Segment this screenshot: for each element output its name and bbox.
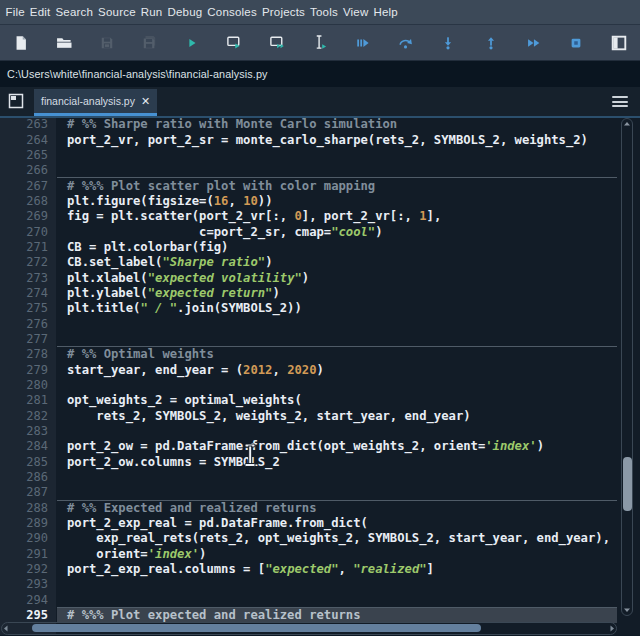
scroll-down-arrow [624, 609, 630, 613]
code-line-263[interactable]: 263# %% Sharpe ratio with Monte Carlo si… [0, 117, 617, 132]
run-selection-icon [313, 34, 328, 51]
menu-search[interactable]: Search [53, 6, 96, 18]
code-editor[interactable]: 263# %% Sharpe ratio with Monte Carlo si… [0, 116, 640, 635]
code-text: port_2_vr, port_2_sr = monte_carlo_sharp… [57, 132, 617, 147]
code-line-291[interactable]: 291 orient='index') [0, 546, 617, 561]
vertical-scrollbar[interactable] [619, 117, 635, 617]
code-text [57, 592, 617, 607]
tab-close-icon[interactable]: ✕ [141, 96, 150, 107]
run-button[interactable] [171, 25, 214, 61]
code-line-284[interactable]: 284port_2_ow = pd.DataFrame.from_dict(op… [0, 439, 617, 454]
code-text: plt.title(" / ".join(SYMBOLS_2)) [57, 301, 617, 316]
line-number: 267 [0, 179, 48, 193]
save-all-button [128, 25, 171, 61]
code-text [57, 316, 617, 331]
open-file-button[interactable] [43, 25, 86, 61]
code-line-265[interactable]: 265 [0, 147, 617, 162]
line-number: 269 [0, 209, 48, 223]
code-line-270[interactable]: 270 c=port_2_sr, cmap="cool") [0, 224, 617, 239]
code-line-275[interactable]: 275plt.title(" / ".join(SYMBOLS_2)) [0, 301, 617, 316]
line-number: 272 [0, 255, 48, 269]
file-path: C:\Users\white\financial-analysis\financ… [7, 68, 268, 80]
code-line-288[interactable]: 288# %% Expected and realized returns [0, 500, 617, 515]
step-out-button[interactable] [469, 25, 512, 61]
menu-debug[interactable]: Debug [165, 6, 205, 18]
code-text: plt.figure(figsize=(16, 10)) [57, 193, 617, 208]
menu-help[interactable]: Help [371, 6, 400, 18]
code-text: port_2_ow = pd.DataFrame.from_dict(opt_w… [57, 439, 617, 454]
code-line-267[interactable]: 267# %%% Plot scatter plot with color ma… [0, 178, 617, 193]
code-text: # %% Sharpe ratio with Monte Carlo simul… [57, 117, 617, 132]
new-file-button[interactable] [0, 25, 43, 61]
code-line-283[interactable]: 283 [0, 423, 617, 438]
save-button [85, 25, 128, 61]
menu-source[interactable]: Source [96, 6, 139, 18]
code-line-274[interactable]: 274plt.ylabel("expected return") [0, 285, 617, 300]
line-number: 285 [0, 455, 48, 469]
menu-tools[interactable]: Tools [308, 6, 341, 18]
menu-file[interactable]: File [3, 6, 27, 18]
line-number: 268 [0, 194, 48, 208]
line-number: 275 [0, 301, 48, 315]
line-number: 264 [0, 133, 48, 147]
code-line-272[interactable]: 272CB.set_label("Sharpe ratio") [0, 255, 617, 270]
code-text: start_year, end_year = (2012, 2020) [57, 362, 617, 377]
menu-view[interactable]: View [340, 6, 371, 18]
step-over-button[interactable] [384, 25, 427, 61]
options-menu-button[interactable] [612, 96, 628, 107]
code-line-294[interactable]: 294 [0, 592, 617, 607]
code-text: # %%% Plot scatter plot with color mappi… [57, 178, 617, 193]
code-line-264[interactable]: 264port_2_vr, port_2_sr = monte_carlo_sh… [0, 132, 617, 147]
code-line-287[interactable]: 287 [0, 485, 617, 500]
continue-icon [526, 36, 541, 50]
code-line-289[interactable]: 289port_2_exp_real = pd.DataFrame.from_d… [0, 515, 617, 530]
tab-bar: financial-analysis.py ✕ [0, 87, 640, 116]
stop-button[interactable] [555, 25, 598, 61]
horizontal-scrollbar[interactable] [0, 621, 618, 636]
tab-financial-analysis[interactable]: financial-analysis.py ✕ [34, 89, 157, 116]
code-line-269[interactable]: 269fig = plt.scatter(port_2_vr[:, 0], po… [0, 209, 617, 224]
code-line-290[interactable]: 290 exp_real_rets(rets_2, opt_weights_2,… [0, 531, 617, 546]
step-into-button[interactable] [427, 25, 470, 61]
code-line-280[interactable]: 280 [0, 377, 617, 392]
stop-icon [569, 36, 583, 50]
line-number: 265 [0, 148, 48, 162]
continue-button[interactable] [512, 25, 555, 61]
code-line-268[interactable]: 268plt.figure(figsize=(16, 10)) [0, 193, 617, 208]
code-line-278[interactable]: 278# %% Optimal weights [0, 347, 617, 362]
line-number: 280 [0, 378, 48, 392]
code-line-266[interactable]: 266 [0, 163, 617, 178]
menu-projects[interactable]: Projects [259, 6, 307, 18]
run-cell-button[interactable] [213, 25, 256, 61]
code-text: opt_weights_2 = optimal_weights( [57, 393, 617, 408]
code-line-276[interactable]: 276 [0, 316, 617, 331]
code-line-282[interactable]: 282 rets_2, SYMBOLS_2, weights_2, start_… [0, 408, 617, 423]
code-text: orient='index') [57, 546, 617, 561]
debug-icon [355, 36, 370, 50]
code-line-286[interactable]: 286 [0, 469, 617, 484]
menu-edit[interactable]: Edit [27, 6, 53, 18]
code-line-279[interactable]: 279start_year, end_year = (2012, 2020) [0, 362, 617, 377]
menu-run[interactable]: Run [138, 6, 165, 18]
code-text [57, 331, 617, 346]
code-line-271[interactable]: 271CB = plt.colorbar(fig) [0, 239, 617, 254]
code-line-292[interactable]: 292port_2_exp_real.columns = ["expected"… [0, 561, 617, 576]
vertical-scroll-thumb[interactable] [623, 457, 632, 511]
code-line-285[interactable]: 285port_2_ow.columns = SYMBOLS_2 [0, 454, 617, 469]
line-number: 282 [0, 409, 48, 423]
code-text: rets_2, SYMBOLS_2, weights_2, start_year… [57, 408, 617, 423]
debug-button[interactable] [341, 25, 384, 61]
code-line-281[interactable]: 281opt_weights_2 = optimal_weights( [0, 393, 617, 408]
mouse-ibeam-cursor [243, 443, 258, 472]
code-line-277[interactable]: 277 [0, 331, 617, 346]
code-line-293[interactable]: 293 [0, 577, 617, 592]
code-line-273[interactable]: 273plt.xlabel("expected volatility") [0, 270, 617, 285]
horizontal-scroll-thumb[interactable] [32, 624, 481, 632]
run-cell-advance-button[interactable] [256, 25, 299, 61]
menu-consoles[interactable]: Consoles [205, 6, 260, 18]
step-over-icon [398, 36, 413, 50]
run-selection-button[interactable] [299, 25, 342, 61]
maximize-pane-button[interactable] [597, 25, 640, 61]
browse-tabs-button[interactable] [8, 93, 24, 109]
code-text [57, 377, 617, 392]
